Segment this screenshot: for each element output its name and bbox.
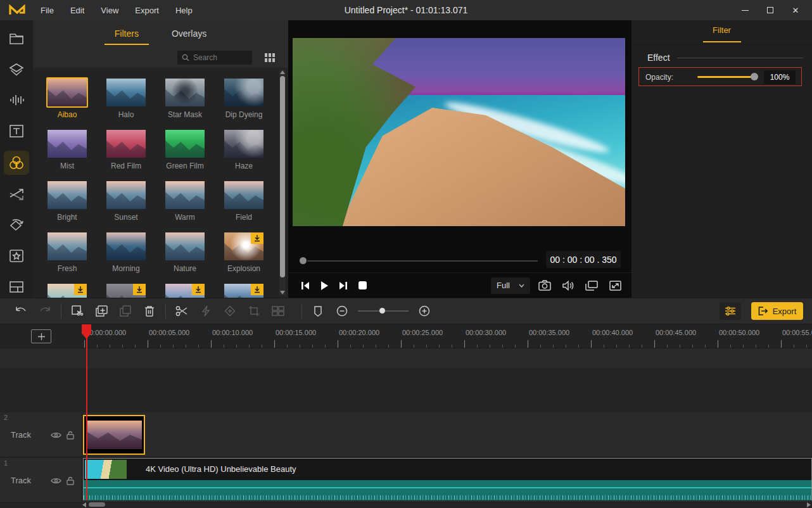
- fullscreen-button[interactable]: [606, 277, 624, 294]
- filter-thumbnail[interactable]: [223, 129, 265, 159]
- seek-handle[interactable]: [300, 257, 307, 264]
- sidebar-item-effects[interactable]: [4, 245, 29, 267]
- menu-file[interactable]: File: [41, 6, 54, 15]
- filter-thumbnail[interactable]: [164, 231, 206, 262]
- undo-button[interactable]: [9, 302, 33, 321]
- filter-item-fresh[interactable]: Fresh: [46, 231, 88, 272]
- zoom-slider-handle[interactable]: [379, 308, 385, 314]
- filter-thumbnail[interactable]: [105, 129, 147, 159]
- sidebar-item-elements[interactable]: [4, 58, 29, 80]
- filter-thumbnail[interactable]: [105, 231, 147, 262]
- split-button[interactable]: [170, 302, 194, 321]
- filter-thumbnail[interactable]: [46, 77, 88, 108]
- prev-frame-button[interactable]: [296, 277, 315, 295]
- filter-thumbnail[interactable]: [46, 231, 88, 262]
- filters-scrollbar[interactable]: [279, 70, 286, 295]
- timeline-ruler[interactable]: 00:00:00.00000:00:05.00000:00:10.00000:0…: [0, 324, 812, 348]
- timeline-zoom-out-button[interactable]: [330, 302, 354, 321]
- timeline-zoom-in-button[interactable]: [412, 302, 436, 321]
- category-grid-button[interactable]: [262, 51, 277, 65]
- hscrollbar-thumb[interactable]: [89, 502, 105, 507]
- filter-thumbnail[interactable]: [46, 129, 88, 159]
- timeline-hscrollbar[interactable]: [82, 502, 812, 508]
- volume-button[interactable]: [559, 277, 577, 294]
- filter-item[interactable]: [223, 283, 265, 298]
- filter-item-haze[interactable]: Haze: [223, 129, 265, 169]
- marker-button[interactable]: [306, 302, 330, 321]
- filter-thumbnail[interactable]: [105, 77, 147, 108]
- stop-button[interactable]: [353, 277, 372, 295]
- filter-item-warm[interactable]: Warm: [164, 180, 206, 220]
- track-2-visibility-toggle[interactable]: [50, 429, 61, 441]
- search-box[interactable]: [177, 51, 252, 65]
- filter-thumbnail[interactable]: [164, 283, 206, 298]
- menu-view[interactable]: View: [101, 6, 118, 15]
- search-input[interactable]: [193, 53, 244, 62]
- filter-thumbnail[interactable]: [164, 77, 206, 108]
- filter-thumbnail[interactable]: [46, 180, 88, 210]
- track-1-visibility-toggle[interactable]: [50, 475, 61, 486]
- filter-item-field[interactable]: Field: [223, 180, 265, 220]
- paste-button[interactable]: [113, 302, 137, 321]
- filter-clip[interactable]: [83, 415, 145, 455]
- adjust-settings-button[interactable]: [720, 302, 741, 320]
- menu-help[interactable]: Help: [175, 6, 193, 15]
- filter-item[interactable]: [164, 283, 206, 298]
- layout-button[interactable]: [266, 302, 290, 321]
- copy-button[interactable]: [89, 302, 113, 321]
- filter-item-explosion[interactable]: Explosion: [223, 231, 265, 272]
- tab-filter-properties[interactable]: Filter: [631, 25, 812, 35]
- filter-item[interactable]: [46, 283, 88, 298]
- filter-thumbnail[interactable]: [223, 77, 265, 108]
- filter-thumbnail[interactable]: [223, 283, 265, 298]
- minimize-button[interactable]: [732, 0, 758, 20]
- menu-export[interactable]: Export: [135, 6, 159, 15]
- redo-button[interactable]: [33, 302, 57, 321]
- sidebar-item-filters[interactable]: [4, 151, 29, 175]
- filter-item-morning[interactable]: Morning: [105, 231, 147, 272]
- play-button[interactable]: [315, 277, 334, 295]
- filter-item-dip-dyeing[interactable]: Dip Dyeing: [223, 77, 265, 118]
- scrollbar-thumb[interactable]: [280, 76, 285, 277]
- filter-thumbnail[interactable]: [105, 283, 147, 298]
- filter-item-green-film[interactable]: Green Film: [164, 129, 206, 169]
- export-button[interactable]: Export: [751, 302, 803, 320]
- sidebar-item-media[interactable]: [4, 28, 29, 49]
- delete-button[interactable]: [137, 302, 162, 321]
- crop-button[interactable]: [242, 302, 266, 321]
- timeline-zoom-slider[interactable]: [358, 310, 409, 312]
- next-frame-button[interactable]: [334, 277, 353, 295]
- snapshot-button[interactable]: [536, 277, 554, 294]
- filter-item-red-film[interactable]: Red Film: [105, 129, 147, 169]
- filter-item[interactable]: [105, 283, 147, 298]
- filter-thumbnail[interactable]: [105, 180, 147, 210]
- maximize-button[interactable]: [758, 0, 783, 20]
- sidebar-item-behaviors[interactable]: [4, 215, 29, 236]
- track-2-lock-toggle[interactable]: [65, 429, 76, 441]
- opacity-slider-handle[interactable]: [751, 73, 758, 80]
- video-preview[interactable]: [293, 38, 625, 226]
- filter-item-star-mask[interactable]: Star Mask: [164, 77, 206, 118]
- filter-thumbnail[interactable]: [46, 283, 88, 298]
- dual-screen-button[interactable]: [583, 277, 600, 294]
- filter-thumbnail[interactable]: [164, 129, 206, 159]
- preview-zoom-select[interactable]: Full: [491, 277, 530, 294]
- seek-track[interactable]: [307, 260, 538, 262]
- menu-edit[interactable]: Edit: [70, 6, 84, 15]
- filter-item-nature[interactable]: Nature: [164, 231, 206, 272]
- tab-overlays[interactable]: Overlays: [169, 25, 209, 45]
- filter-thumbnail[interactable]: [223, 180, 265, 210]
- filter-item-mist[interactable]: Mist: [46, 129, 88, 169]
- filter-item-bright[interactable]: Bright: [46, 180, 88, 220]
- track-1-lock-toggle[interactable]: [65, 475, 76, 486]
- keyframe-button[interactable]: [218, 302, 242, 321]
- close-button[interactable]: ✕: [783, 0, 808, 20]
- sidebar-item-text[interactable]: [4, 120, 29, 141]
- filter-thumbnail[interactable]: [223, 231, 265, 262]
- playhead-line[interactable]: [86, 324, 87, 500]
- sidebar-item-transitions[interactable]: [4, 184, 29, 205]
- video-clip[interactable]: 4K Video (Ultra HD) Unbelievable Beauty: [83, 458, 812, 500]
- add-track-button[interactable]: [31, 329, 51, 343]
- filter-item-aibao[interactable]: Aibao: [46, 77, 88, 118]
- filter-item-sunset[interactable]: Sunset: [105, 180, 147, 220]
